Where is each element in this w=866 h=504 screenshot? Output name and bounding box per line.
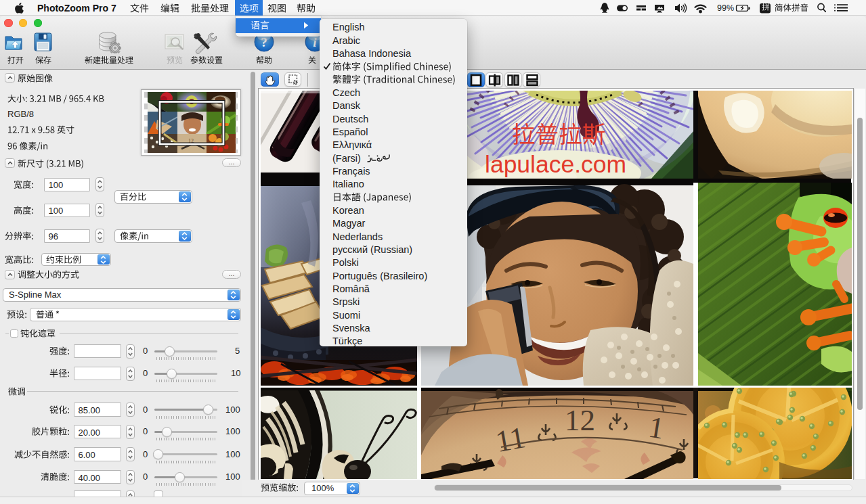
svg-text:99%: 99% — [717, 3, 734, 13]
svg-text:?: ? — [261, 35, 267, 49]
svg-text:12: 12 — [565, 403, 595, 437]
svg-text:i: i — [313, 35, 317, 49]
svg-text:11: 11 — [493, 420, 527, 459]
